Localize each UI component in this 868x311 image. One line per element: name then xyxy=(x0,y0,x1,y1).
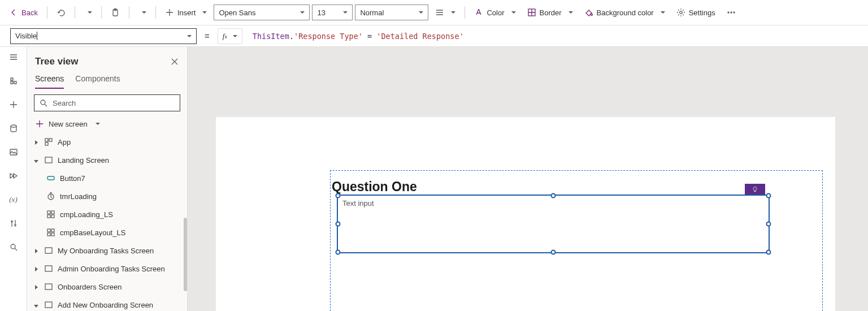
node-label: Add New Onboarding Screen xyxy=(58,301,153,309)
back-button[interactable]: Back xyxy=(5,3,42,21)
svg-rect-27 xyxy=(45,266,52,271)
tab-components[interactable]: Components xyxy=(75,74,120,89)
text-input-control[interactable]: Text input xyxy=(337,195,770,253)
tree-search-input[interactable]: Search xyxy=(34,94,180,111)
node-label: App xyxy=(58,138,71,146)
node-label: My Onboarding Tasks Screen xyxy=(58,247,154,255)
tree-node-cmpblayout[interactable]: cmpBaseLayout_LS xyxy=(27,223,187,241)
data-icon[interactable] xyxy=(9,124,18,133)
app-icon xyxy=(44,137,53,146)
resize-handle[interactable] xyxy=(336,222,341,227)
tree-node-landing[interactable]: Landing Screen xyxy=(27,151,187,169)
svg-rect-16 xyxy=(47,176,54,180)
undo-button[interactable] xyxy=(52,3,70,21)
scrollbar-thumb[interactable] xyxy=(184,218,187,291)
tree-node-tmrloading[interactable]: tmrLoading xyxy=(27,187,187,205)
screen-icon xyxy=(44,264,53,273)
screen-icon xyxy=(44,282,53,291)
font-size-dropdown[interactable]: 13 xyxy=(312,5,353,20)
color-button[interactable]: Color xyxy=(470,3,520,21)
left-rail: (x) xyxy=(0,47,27,311)
svg-rect-14 xyxy=(45,142,48,145)
separator xyxy=(155,6,156,19)
resize-handle[interactable] xyxy=(551,193,556,198)
component-icon xyxy=(46,210,55,219)
more-icon xyxy=(727,8,736,17)
more-button[interactable] xyxy=(722,3,740,21)
resize-handle[interactable] xyxy=(766,193,771,198)
font-weight-dropdown[interactable]: Normal xyxy=(355,5,428,20)
svg-rect-13 xyxy=(49,139,52,141)
collapse-icon xyxy=(34,160,38,163)
component-icon xyxy=(46,228,55,237)
node-label: Onboarders Screen xyxy=(58,283,121,291)
tree-list: App Landing Screen Button7 tmrLoading cm… xyxy=(27,133,187,311)
canvas[interactable]: Question One Text input xyxy=(188,47,868,311)
tools-icon[interactable] xyxy=(9,219,18,228)
undo-split-button[interactable] xyxy=(80,3,97,21)
tree-node-adminonb[interactable]: Admin Onboarding Tasks Screen xyxy=(27,260,187,278)
fx-icon: fx xyxy=(223,32,227,41)
resize-handle[interactable] xyxy=(766,222,771,227)
insert-label: Insert xyxy=(177,8,196,17)
formula-bar: Visible = fx ThisItem.'Response Type' = … xyxy=(0,25,868,47)
formula-token-prop: 'Response Type' xyxy=(294,32,363,41)
formula-editor[interactable]: ThisItem.'Response Type' = 'Detailed Res… xyxy=(247,32,863,41)
variables-icon[interactable]: (x) xyxy=(9,195,17,204)
new-screen-button[interactable]: New screen xyxy=(27,114,187,133)
flows-icon[interactable] xyxy=(9,171,18,180)
resize-handle[interactable] xyxy=(336,193,341,198)
bgcolor-button[interactable]: Background color xyxy=(580,3,670,21)
hamburger-icon[interactable] xyxy=(9,53,18,62)
settings-button[interactable]: Settings xyxy=(672,3,720,21)
resize-handle[interactable] xyxy=(336,250,341,255)
paste-split-button[interactable] xyxy=(134,3,151,21)
expand-icon xyxy=(35,267,38,271)
tree-node-myonb[interactable]: My Onboarding Tasks Screen xyxy=(27,241,187,260)
close-icon[interactable] xyxy=(170,57,179,66)
tree-icon[interactable] xyxy=(9,76,18,85)
node-label: cmpBaseLayout_LS xyxy=(60,228,125,237)
tree-node-app[interactable]: App xyxy=(27,133,187,151)
equals-label: = xyxy=(201,31,213,41)
node-label: Button7 xyxy=(60,174,85,183)
resize-handle[interactable] xyxy=(766,250,771,255)
paste-button[interactable] xyxy=(106,3,124,21)
tree-node-onboarders[interactable]: Onboarders Screen xyxy=(27,278,187,296)
font-dropdown[interactable]: Open Sans xyxy=(214,5,310,20)
tree-node-button7[interactable]: Button7 xyxy=(27,169,187,187)
tree-tabs: Screens Components xyxy=(27,70,187,89)
svg-point-11 xyxy=(41,100,45,105)
chevron-down-icon xyxy=(451,11,455,14)
tree-node-cmploading[interactable]: cmpLoading_LS xyxy=(27,205,187,223)
border-label: Border xyxy=(540,8,562,17)
add-page-icon[interactable] xyxy=(9,100,18,109)
plus-icon xyxy=(165,8,174,17)
font-weight-value: Normal xyxy=(360,8,384,17)
property-dropdown[interactable]: Visible xyxy=(10,28,197,44)
font-size-value: 13 xyxy=(317,8,325,17)
resize-handle[interactable] xyxy=(551,250,556,255)
fx-dropdown[interactable]: fx xyxy=(218,28,242,44)
border-button[interactable]: Border xyxy=(523,3,578,21)
chevron-down-icon xyxy=(233,35,237,37)
svg-point-8 xyxy=(11,125,16,127)
align-button[interactable] xyxy=(431,3,460,21)
expand-icon xyxy=(35,140,38,145)
tree-node-addnew[interactable]: Add New Onboarding Screen xyxy=(27,296,187,311)
settings-label: Settings xyxy=(689,8,715,17)
idea-badge[interactable] xyxy=(745,184,765,195)
tab-screens[interactable]: Screens xyxy=(35,74,64,89)
timer-icon xyxy=(46,192,55,201)
chevron-down-icon xyxy=(343,11,348,14)
font-color-icon xyxy=(474,8,483,17)
search-icon[interactable] xyxy=(9,243,18,252)
svg-rect-25 xyxy=(51,233,54,236)
insert-button[interactable]: Insert xyxy=(160,3,212,21)
svg-rect-22 xyxy=(47,229,50,232)
chevron-down-icon xyxy=(661,11,665,14)
expand-icon xyxy=(35,285,38,290)
property-value: Visible xyxy=(15,32,37,40)
undo-icon xyxy=(57,8,66,17)
media-icon[interactable] xyxy=(9,148,18,157)
